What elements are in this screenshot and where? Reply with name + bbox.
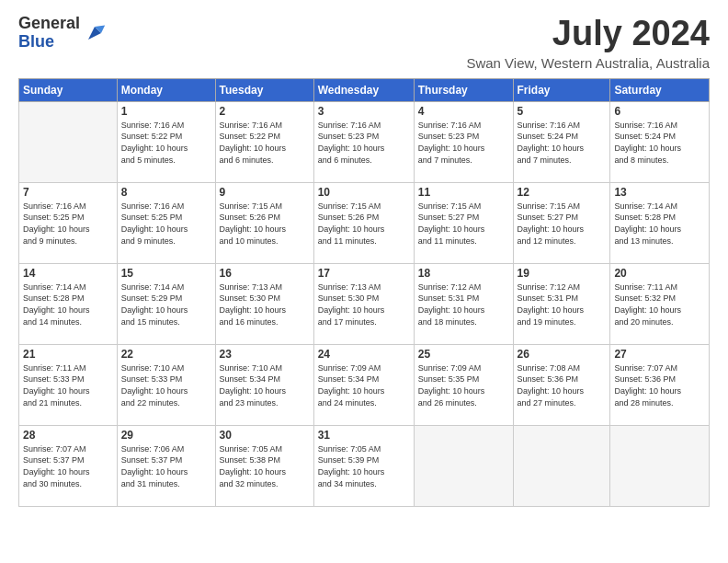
day-info: Sunrise: 7:15 AM Sunset: 5:26 PM Dayligh… [318,201,410,247]
table-row: 15Sunrise: 7:14 AM Sunset: 5:29 PM Dayli… [117,263,215,344]
day-info: Sunrise: 7:14 AM Sunset: 5:28 PM Dayligh… [23,282,113,327]
day-info: Sunrise: 7:15 AM Sunset: 5:27 PM Dayligh… [518,201,607,247]
page: General Blue July 2024 Swan View, Wester… [0,0,728,516]
table-row: 12Sunrise: 7:15 AM Sunset: 5:27 PM Dayli… [513,182,610,263]
day-info: Sunrise: 7:16 AM Sunset: 5:24 PM Dayligh… [614,120,705,166]
day-info: Sunrise: 7:08 AM Sunset: 5:36 PM Dayligh… [518,362,607,408]
day-info: Sunrise: 7:14 AM Sunset: 5:28 PM Dayligh… [614,201,705,247]
day-info: Sunrise: 7:05 AM Sunset: 5:39 PM Dayligh… [318,443,410,489]
table-row: 20Sunrise: 7:11 AM Sunset: 5:32 PM Dayli… [610,263,710,344]
day-number: 6 [614,105,705,118]
day-info: Sunrise: 7:06 AM Sunset: 5:37 PM Dayligh… [121,443,211,489]
table-row: 26Sunrise: 7:08 AM Sunset: 5:36 PM Dayli… [513,344,610,425]
day-number: 10 [318,186,410,199]
day-number: 7 [23,186,113,199]
col-monday: Monday [117,78,215,101]
table-row [610,425,710,506]
day-number: 2 [220,105,310,118]
day-info: Sunrise: 7:16 AM Sunset: 5:25 PM Dayligh… [121,201,211,247]
table-row: 29Sunrise: 7:06 AM Sunset: 5:37 PM Dayli… [117,425,215,506]
table-row: 22Sunrise: 7:10 AM Sunset: 5:33 PM Dayli… [117,344,215,425]
day-number: 26 [518,348,607,361]
day-number: 19 [518,267,607,280]
table-row: 17Sunrise: 7:13 AM Sunset: 5:30 PM Dayli… [313,263,414,344]
table-row: 2Sunrise: 7:16 AM Sunset: 5:22 PM Daylig… [215,101,313,182]
day-info: Sunrise: 7:16 AM Sunset: 5:25 PM Dayligh… [23,201,113,247]
day-info: Sunrise: 7:10 AM Sunset: 5:34 PM Dayligh… [220,362,310,408]
col-friday: Friday [513,78,610,101]
calendar-week-row: 7Sunrise: 7:16 AM Sunset: 5:25 PM Daylig… [19,182,710,263]
table-row: 11Sunrise: 7:15 AM Sunset: 5:27 PM Dayli… [414,182,513,263]
header: General Blue July 2024 Swan View, Wester… [18,15,710,71]
logo-blue: Blue [18,32,54,51]
day-info: Sunrise: 7:07 AM Sunset: 5:37 PM Dayligh… [23,443,113,489]
day-number: 21 [23,348,113,361]
table-row: 30Sunrise: 7:05 AM Sunset: 5:38 PM Dayli… [215,425,313,506]
day-info: Sunrise: 7:13 AM Sunset: 5:30 PM Dayligh… [318,282,410,327]
day-number: 3 [318,105,410,118]
day-number: 27 [614,348,705,361]
day-number: 5 [518,105,607,118]
table-row: 25Sunrise: 7:09 AM Sunset: 5:35 PM Dayli… [414,344,513,425]
table-row: 5Sunrise: 7:16 AM Sunset: 5:24 PM Daylig… [513,101,610,182]
table-row: 6Sunrise: 7:16 AM Sunset: 5:24 PM Daylig… [610,101,710,182]
table-row: 18Sunrise: 7:12 AM Sunset: 5:31 PM Dayli… [414,263,513,344]
day-info: Sunrise: 7:11 AM Sunset: 5:33 PM Dayligh… [23,362,113,408]
day-number: 23 [220,348,310,361]
calendar-table: Sunday Monday Tuesday Wednesday Thursday… [18,78,710,507]
title-block: July 2024 Swan View, Western Australia, … [466,15,710,71]
logo-bird-icon [82,20,108,46]
day-number: 1 [121,105,211,118]
logo-text: General Blue [18,15,80,52]
calendar-week-row: 1Sunrise: 7:16 AM Sunset: 5:22 PM Daylig… [19,101,710,182]
day-number: 17 [318,267,410,280]
month-year-title: July 2024 [466,15,710,53]
table-row: 8Sunrise: 7:16 AM Sunset: 5:25 PM Daylig… [117,182,215,263]
col-tuesday: Tuesday [215,78,313,101]
calendar-week-row: 14Sunrise: 7:14 AM Sunset: 5:28 PM Dayli… [19,263,710,344]
table-row: 4Sunrise: 7:16 AM Sunset: 5:23 PM Daylig… [414,101,513,182]
day-number: 28 [23,429,113,442]
day-info: Sunrise: 7:12 AM Sunset: 5:31 PM Dayligh… [418,282,509,327]
day-info: Sunrise: 7:09 AM Sunset: 5:35 PM Dayligh… [418,362,509,408]
table-row: 9Sunrise: 7:15 AM Sunset: 5:26 PM Daylig… [215,182,313,263]
day-number: 29 [121,429,211,442]
table-row: 7Sunrise: 7:16 AM Sunset: 5:25 PM Daylig… [19,182,118,263]
day-info: Sunrise: 7:10 AM Sunset: 5:33 PM Dayligh… [121,362,211,408]
day-number: 4 [418,105,509,118]
day-number: 18 [418,267,509,280]
day-number: 25 [418,348,509,361]
day-number: 8 [121,186,211,199]
calendar-header-row: Sunday Monday Tuesday Wednesday Thursday… [19,78,710,101]
col-sunday: Sunday [19,78,118,101]
day-info: Sunrise: 7:09 AM Sunset: 5:34 PM Dayligh… [318,362,410,408]
col-saturday: Saturday [610,78,710,101]
table-row: 1Sunrise: 7:16 AM Sunset: 5:22 PM Daylig… [117,101,215,182]
day-number: 15 [121,267,211,280]
table-row: 31Sunrise: 7:05 AM Sunset: 5:39 PM Dayli… [313,425,414,506]
table-row: 16Sunrise: 7:13 AM Sunset: 5:30 PM Dayli… [215,263,313,344]
day-number: 11 [418,186,509,199]
table-row: 3Sunrise: 7:16 AM Sunset: 5:23 PM Daylig… [313,101,414,182]
day-info: Sunrise: 7:16 AM Sunset: 5:24 PM Dayligh… [518,120,607,166]
logo-general: General [18,14,80,32]
table-row [19,101,118,182]
day-info: Sunrise: 7:14 AM Sunset: 5:29 PM Dayligh… [121,282,211,327]
day-info: Sunrise: 7:16 AM Sunset: 5:22 PM Dayligh… [121,120,211,166]
day-info: Sunrise: 7:16 AM Sunset: 5:23 PM Dayligh… [418,120,509,166]
day-info: Sunrise: 7:16 AM Sunset: 5:23 PM Dayligh… [318,120,410,166]
day-number: 24 [318,348,410,361]
day-info: Sunrise: 7:15 AM Sunset: 5:27 PM Dayligh… [418,201,509,247]
table-row: 14Sunrise: 7:14 AM Sunset: 5:28 PM Dayli… [19,263,118,344]
calendar-week-row: 21Sunrise: 7:11 AM Sunset: 5:33 PM Dayli… [19,344,710,425]
calendar-week-row: 28Sunrise: 7:07 AM Sunset: 5:37 PM Dayli… [19,425,710,506]
day-number: 9 [220,186,310,199]
day-info: Sunrise: 7:13 AM Sunset: 5:30 PM Dayligh… [220,282,310,327]
day-number: 20 [614,267,705,280]
day-number: 14 [23,267,113,280]
col-wednesday: Wednesday [313,78,414,101]
location-subtitle: Swan View, Western Australia, Australia [466,55,710,71]
table-row: 13Sunrise: 7:14 AM Sunset: 5:28 PM Dayli… [610,182,710,263]
day-number: 30 [220,429,310,442]
table-row [414,425,513,506]
